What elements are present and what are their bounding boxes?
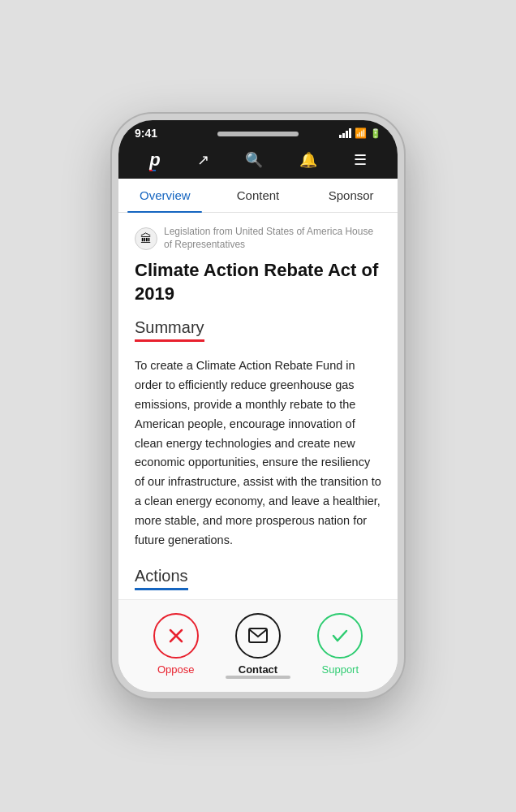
status-icons: 📶 🔋: [339, 127, 381, 139]
summary-text: To create a Climate Action Rebate Fund i…: [135, 356, 381, 551]
status-bar: 9:41 📶 🔋: [118, 120, 398, 145]
oppose-x-icon: [167, 627, 185, 645]
tab-sponsor[interactable]: Sponsor: [304, 179, 398, 212]
trending-icon[interactable]: ↗: [197, 151, 209, 169]
support-circle: [317, 613, 363, 659]
contact-label: Contact: [239, 663, 277, 676]
app-logo[interactable]: p: [149, 151, 160, 169]
oppose-circle: [153, 613, 199, 659]
support-label: Support: [322, 663, 359, 676]
content-area[interactable]: 🏛 Legislation from United States of Amer…: [118, 213, 398, 599]
signal-icon: [339, 128, 351, 138]
search-icon[interactable]: 🔍: [245, 151, 263, 169]
source-badge: 🏛 Legislation from United States of Amer…: [135, 226, 381, 251]
support-button[interactable]: Support: [317, 613, 363, 676]
source-text: Legislation from United States of Americ…: [164, 226, 381, 251]
summary-heading: Summary: [135, 318, 204, 342]
source-icon: 🏛: [135, 227, 157, 250]
oppose-button[interactable]: Oppose: [153, 613, 199, 676]
contact-envelope-icon: [248, 628, 268, 644]
bill-title: Climate Action Rebate Act of 2019: [135, 259, 381, 305]
bell-icon[interactable]: 🔔: [299, 151, 317, 169]
support-check-icon: [330, 626, 350, 646]
menu-icon[interactable]: ☰: [354, 151, 367, 169]
actions-heading: Actions: [135, 567, 188, 590]
oppose-label: Oppose: [157, 663, 195, 676]
battery-icon: 🔋: [370, 128, 381, 139]
tab-bar: Overview Content Sponsor: [118, 179, 398, 213]
contact-circle: [235, 613, 281, 659]
tab-overview[interactable]: Overview: [118, 179, 212, 212]
tab-content[interactable]: Content: [212, 179, 305, 212]
content-inner: 🏛 Legislation from United States of Amer…: [118, 213, 398, 599]
phone-frame: 9:41 📶 🔋 p ↗ 🔍 🔔 ☰ Overview Content: [112, 114, 404, 698]
actions-bar: Oppose Contact Support: [118, 599, 398, 692]
nav-bar: p ↗ 🔍 🔔 ☰: [118, 145, 398, 179]
wifi-icon: 📶: [355, 127, 367, 139]
status-time: 9:41: [135, 127, 157, 140]
contact-button[interactable]: Contact: [235, 613, 281, 676]
